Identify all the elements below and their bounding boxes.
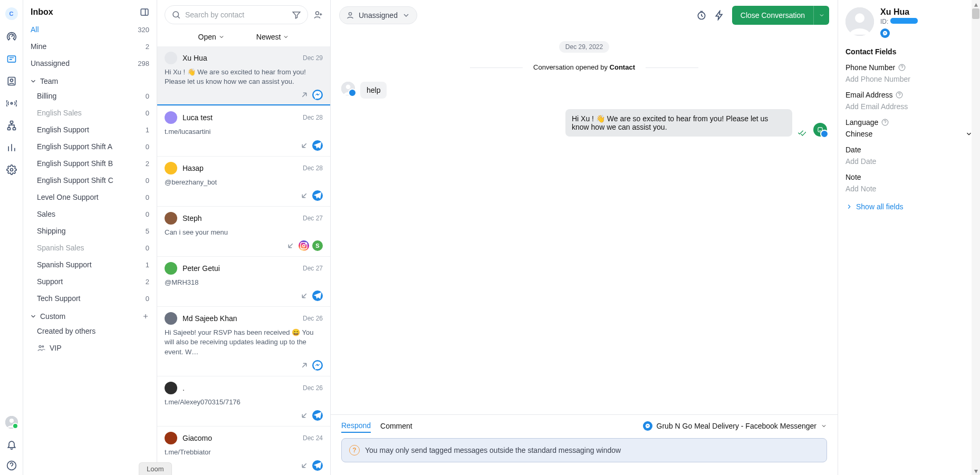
contact-avatar[interactable]	[846, 7, 874, 36]
contact-avatar-icon	[165, 432, 177, 444]
close-conversation-menu[interactable]	[813, 6, 829, 25]
conversation-item[interactable]: Peter GetuiDec 27@MRH318	[157, 257, 330, 307]
svg-point-9	[9, 419, 14, 423]
notifications-icon[interactable]	[6, 439, 17, 450]
help-icon[interactable]	[6, 460, 17, 471]
contacts-icon[interactable]	[6, 76, 17, 86]
email-input[interactable]	[846, 102, 973, 111]
status-filter[interactable]: Open	[198, 33, 225, 41]
team-label: Spanish Support	[37, 260, 92, 269]
conversation-snippet: @MRH318	[165, 278, 323, 287]
team-item[interactable]: Spanish Support1	[30, 256, 150, 273]
team-item[interactable]: English Support Shift C0	[30, 172, 150, 189]
conversation-item[interactable]: Md Sajeeb KhanDec 26Hi Sajeeb! your RSVP…	[157, 307, 330, 376]
team-item[interactable]: Tech Support0	[30, 290, 150, 307]
help-icon[interactable]	[896, 91, 903, 99]
custom-header[interactable]: Custom	[30, 307, 150, 323]
phone-input[interactable]	[846, 75, 973, 83]
reports-icon[interactable]	[6, 142, 17, 153]
search-input-wrap[interactable]	[165, 5, 308, 24]
filter-mine[interactable]: Mine 2	[30, 38, 150, 55]
team-item[interactable]: Sales0	[30, 206, 150, 222]
svg-point-7	[10, 169, 13, 171]
conversation-snippet: t.me/Trebbiator	[165, 448, 323, 457]
incoming-arrow-icon	[300, 461, 309, 470]
dashboard-icon[interactable]	[6, 32, 17, 42]
conversation-item[interactable]: НазарDec 28@berezhany_bot	[157, 157, 330, 207]
custom-vip[interactable]: VIP	[30, 340, 150, 356]
team-item[interactable]: Level One Support0	[30, 189, 150, 206]
custom-created-by-others[interactable]: Created by others	[30, 323, 150, 340]
channel-selector[interactable]: Grub N Go Meal Delivery - Facebook Messe…	[643, 421, 827, 431]
close-conversation-button[interactable]: Close Conversation	[732, 6, 829, 25]
inbox-sidebar: Inbox All 320 Mine 2 Unassigned 298 Team…	[23, 0, 157, 475]
broadcast-icon[interactable]	[6, 98, 17, 109]
assignee-badge: S	[312, 240, 323, 251]
help-icon[interactable]	[881, 119, 889, 126]
user-presence-avatar[interactable]	[5, 416, 18, 429]
workspace-avatar[interactable]: C	[5, 7, 18, 20]
scroll-down-icon[interactable]: ▾	[972, 467, 980, 475]
incoming-message: help	[341, 82, 387, 99]
team-item[interactable]: English Support Shift B2	[30, 155, 150, 172]
team-item[interactable]: Spanish Sales0	[30, 239, 150, 256]
svg-point-13	[42, 346, 44, 347]
filter-unassigned[interactable]: Unassigned 298	[30, 55, 150, 72]
conversation-item[interactable]: Luca testDec 28t.me/lucasartini	[157, 106, 330, 156]
instagram-icon	[299, 240, 309, 251]
date-input[interactable]	[846, 157, 973, 166]
show-all-fields[interactable]: Show all fields	[846, 202, 973, 211]
chevron-down-icon	[30, 77, 37, 85]
add-contact-icon[interactable]	[313, 10, 323, 20]
help-icon[interactable]	[898, 64, 906, 71]
filter-all[interactable]: All 320	[30, 21, 150, 38]
team-label: English Sales	[37, 109, 82, 117]
team-count: 1	[146, 261, 149, 269]
team-label: Level One Support	[37, 193, 99, 201]
conversation-item[interactable]: GiacomoDec 24t.me/Trebbiator	[157, 426, 330, 475]
scroll-up-icon[interactable]: ▴	[972, 0, 980, 8]
team-item[interactable]: Billing0	[30, 88, 150, 104]
svg-point-2	[10, 79, 13, 82]
team-item[interactable]: English Sales0	[30, 104, 150, 121]
conversation-item[interactable]: StephDec 27Can i see your menuS	[157, 207, 330, 257]
chevron-down-icon	[819, 12, 825, 18]
tab-comment[interactable]: Comment	[380, 420, 412, 432]
conversation-item[interactable]: Xu HuaDec 29Hi Xu ! 👋 We are so excited …	[157, 46, 330, 106]
team-item[interactable]: Support2	[30, 273, 150, 290]
language-select[interactable]: Chinese	[846, 130, 973, 138]
team-count: 2	[146, 278, 149, 286]
team-item[interactable]: English Support1	[30, 121, 150, 138]
team-item[interactable]: English Support Shift A0	[30, 138, 150, 155]
incoming-arrow-icon	[300, 411, 309, 420]
telegram-icon	[312, 140, 323, 151]
note-input[interactable]	[846, 185, 973, 193]
team-label: Tech Support	[37, 294, 81, 303]
team-item[interactable]: Shipping5	[30, 222, 150, 239]
workflows-icon[interactable]	[6, 120, 17, 131]
filter-icon[interactable]	[292, 10, 301, 20]
window-scrollbar[interactable]: ▴ ▾	[972, 0, 980, 475]
tab-respond[interactable]: Respond	[341, 419, 371, 433]
search-input[interactable]	[185, 11, 287, 19]
contact-avatar-icon	[165, 111, 177, 124]
svg-point-14	[173, 12, 179, 17]
sort-filter[interactable]: Newest	[256, 33, 290, 41]
snooze-icon[interactable]	[696, 10, 707, 21]
assignee-selector[interactable]: Unassigned	[339, 6, 417, 24]
team-count: 0	[146, 92, 149, 100]
svg-point-15	[316, 12, 319, 15]
svg-point-3	[11, 102, 12, 104]
messenger-badge	[880, 28, 890, 38]
conversation-item[interactable]: .Dec 26t.me/Alexey070315/7176	[157, 376, 330, 426]
scrollbar-thumb[interactable]	[972, 8, 979, 19]
language-label: Language	[846, 118, 973, 127]
plus-icon[interactable]	[142, 313, 149, 320]
svg-point-17	[303, 245, 305, 247]
team-header[interactable]: Team	[30, 72, 150, 88]
automation-icon[interactable]	[714, 10, 725, 21]
inbox-icon[interactable]	[6, 54, 17, 64]
sidebar-collapse-icon[interactable]	[140, 7, 149, 17]
settings-icon[interactable]	[6, 164, 17, 175]
conversation-name: Giacomo	[182, 434, 212, 442]
